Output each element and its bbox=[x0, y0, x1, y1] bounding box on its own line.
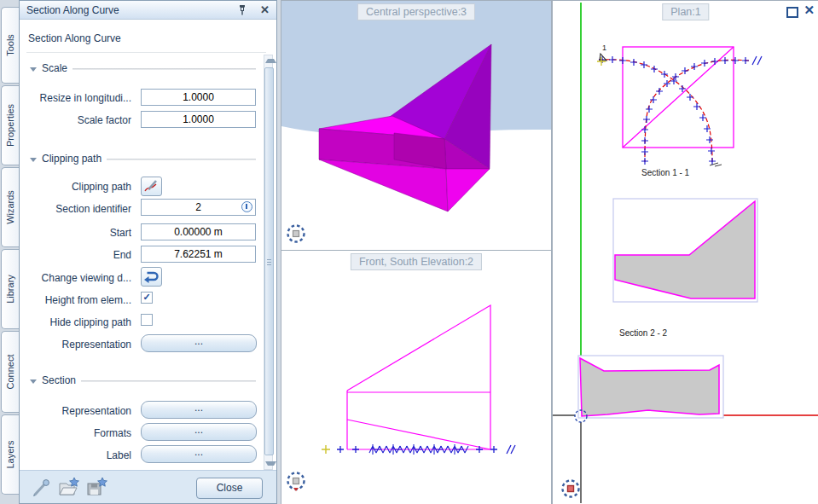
group-label: Scale bbox=[42, 62, 67, 74]
section-1-label: Section 1 - 1 bbox=[641, 168, 689, 177]
panel-footer: Close bbox=[20, 470, 276, 503]
representation-label: Representation bbox=[26, 339, 131, 351]
section-identifier-label: Section identifier bbox=[26, 203, 131, 216]
scale-factor-input[interactable]: 1.0000 bbox=[141, 111, 256, 128]
end-label: End bbox=[26, 249, 131, 262]
section-2-drawing bbox=[578, 356, 723, 418]
group-section[interactable]: Section bbox=[30, 374, 256, 386]
sidebar-tab-connect[interactable]: Connect bbox=[1, 331, 19, 413]
scroll-down-icon[interactable] bbox=[265, 461, 276, 466]
curve-bottom-marks bbox=[710, 163, 722, 166]
height-from-element-checkbox[interactable]: ✓ bbox=[141, 292, 153, 304]
clipping-path-label: Clipping path bbox=[26, 181, 131, 194]
pick-clipping-path-button[interactable] bbox=[141, 177, 162, 196]
scale-factor-label: Scale factor bbox=[26, 114, 131, 127]
pen-curve-icon bbox=[142, 177, 161, 195]
curve-1-station-ticks bbox=[599, 56, 716, 165]
sidebar-tab-properties[interactable]: Properties bbox=[1, 85, 19, 165]
group-label: Clipping path bbox=[42, 153, 102, 165]
viewport-front-south-elevation[interactable]: Front, South Elevation:2 bbox=[281, 250, 552, 504]
collapse-triangle-icon[interactable] bbox=[30, 379, 37, 384]
tab-label: Tools bbox=[5, 34, 15, 56]
group-rule bbox=[73, 68, 256, 70]
viewport-title-central-perspective[interactable]: Central perspective:3 bbox=[357, 3, 475, 20]
tab-label: Library bbox=[5, 275, 15, 304]
open-favorite-icon[interactable] bbox=[57, 477, 81, 499]
representation-button[interactable]: ... bbox=[141, 334, 257, 352]
group-rule bbox=[107, 159, 256, 160]
navigation-compass-icon[interactable] bbox=[286, 223, 306, 244]
scrollbar-thumb[interactable] bbox=[264, 67, 274, 455]
panel-subtitle: Section Along Curve bbox=[28, 32, 121, 44]
elevation-wireframe bbox=[347, 305, 490, 449]
plan-drawing bbox=[553, 1, 818, 504]
elevation-drawing bbox=[281, 251, 551, 504]
hide-clipping-path-checkbox[interactable] bbox=[141, 314, 153, 326]
close-button[interactable]: Close bbox=[196, 478, 263, 499]
end-input[interactable]: 7.62251 m bbox=[141, 246, 256, 263]
navigation-compass-icon[interactable] bbox=[286, 471, 306, 491]
hide-clipping-path-label: Hide clipping path bbox=[26, 316, 131, 329]
section-representation-label: Representation bbox=[26, 405, 131, 418]
u-turn-arrow-icon bbox=[142, 268, 161, 286]
start-label: Start bbox=[26, 227, 131, 240]
group-label: Section bbox=[42, 374, 76, 386]
sidebar-tab-tools[interactable]: Tools bbox=[1, 7, 19, 84]
viewport-title-plan[interactable]: Plan:1 bbox=[662, 3, 709, 20]
group-scale[interactable]: Scale bbox=[30, 62, 256, 74]
panel-close-icon[interactable]: ✕ bbox=[260, 3, 270, 16]
sidebar-tab-wizards[interactable]: Wizards bbox=[1, 167, 19, 247]
start-input[interactable]: 0.00000 m bbox=[141, 223, 256, 240]
info-icon[interactable] bbox=[241, 201, 252, 212]
divider bbox=[26, 52, 266, 53]
sidebar-tab-layers[interactable]: Layers bbox=[1, 414, 19, 495]
collapse-triangle-icon[interactable] bbox=[30, 67, 37, 72]
formats-label: Formats bbox=[26, 427, 131, 440]
navigation-compass-icon[interactable] bbox=[560, 478, 581, 499]
checkmark: ✓ bbox=[142, 292, 150, 302]
tab-label: Properties bbox=[5, 104, 15, 147]
viewport-central-perspective[interactable]: Central perspective:3 bbox=[281, 0, 552, 251]
panel-scrollbar[interactable] bbox=[264, 55, 273, 470]
pipette-icon[interactable] bbox=[30, 477, 52, 499]
viewport-title-front-south-elevation[interactable]: Front, South Elevation:2 bbox=[351, 253, 482, 270]
curve-end-hash bbox=[752, 56, 762, 65]
maximize-icon[interactable] bbox=[786, 7, 798, 18]
group-rule bbox=[81, 380, 256, 382]
section-identifier-input[interactable]: 2 bbox=[141, 199, 256, 216]
tab-label: Connect bbox=[5, 355, 15, 390]
path-start-number: 1 bbox=[602, 43, 606, 52]
resize-longitudinal-label: Resize in longitudi... bbox=[26, 92, 131, 105]
clipping-curve-1 bbox=[599, 60, 712, 162]
section-representation-button[interactable]: ... bbox=[141, 401, 257, 419]
sidebar-tab-library[interactable]: Library bbox=[1, 249, 19, 329]
scroll-up-icon[interactable] bbox=[265, 59, 276, 63]
curve-2-station-ticks bbox=[641, 57, 749, 165]
viewport-close-icon[interactable]: ✕ bbox=[803, 3, 815, 18]
plan-outline bbox=[623, 47, 734, 148]
formats-button[interactable]: ... bbox=[141, 423, 257, 441]
dense-survey-hatch bbox=[369, 444, 468, 455]
group-clipping-path[interactable]: Clipping path bbox=[30, 153, 256, 165]
yellow-survey-cross bbox=[322, 445, 330, 454]
label-button[interactable]: ... bbox=[141, 445, 257, 463]
height-from-element-label: Height from elem... bbox=[26, 294, 131, 307]
pin-icon[interactable] bbox=[237, 4, 247, 16]
tab-label: Wizards bbox=[5, 190, 15, 224]
save-favorite-icon[interactable] bbox=[84, 477, 108, 499]
section-along-curve-panel: Section Along Curve ✕ Section Along Curv… bbox=[19, 0, 277, 504]
resize-longitudinal-input[interactable]: 1.0000 bbox=[141, 89, 256, 106]
section-1-drawing bbox=[613, 199, 757, 302]
viewport-plan[interactable]: Plan:1 ✕ 1 Section 1 - 1 Section 2 - 2 bbox=[552, 0, 818, 504]
label-label: Label bbox=[26, 449, 131, 462]
perspective-3d-scene bbox=[281, 1, 551, 250]
tab-label: Layers bbox=[5, 440, 15, 468]
collapse-triangle-icon[interactable] bbox=[30, 158, 37, 162]
change-viewing-direction-label: Change viewing d... bbox=[26, 272, 131, 285]
section-identifier-value: 2 bbox=[195, 201, 201, 213]
change-viewing-direction-button[interactable] bbox=[141, 267, 162, 287]
section-2-label: Section 2 - 2 bbox=[619, 328, 667, 338]
